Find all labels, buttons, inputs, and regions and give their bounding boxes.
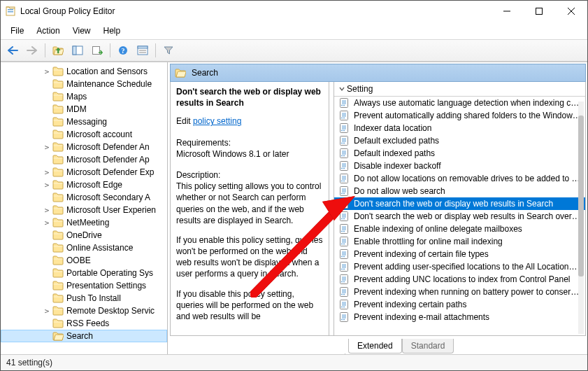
properties-button[interactable]: [134, 42, 152, 59]
list-row[interactable]: Prevent indexing e-mail attachments: [334, 311, 585, 323]
tree-item[interactable]: Presentation Settings: [1, 279, 167, 292]
list-row[interactable]: Prevent automatically adding shared fold…: [334, 109, 585, 122]
tree-item[interactable]: >Microsoft Defender An: [1, 141, 167, 153]
list-row[interactable]: Enable throttling for online mail indexi…: [334, 235, 585, 248]
tree-item[interactable]: Portable Operating Sys: [1, 267, 167, 279]
list-row[interactable]: Indexer data location: [334, 122, 585, 134]
tree-item[interactable]: >Microsoft User Experien: [1, 204, 167, 216]
close-button[interactable]: [555, 1, 587, 22]
toolbar-separator: [155, 43, 156, 57]
policy-icon: [338, 110, 350, 121]
policy-icon: [338, 236, 350, 247]
tree-item[interactable]: RSS Feeds: [1, 317, 167, 330]
list-row[interactable]: Prevent indexing certain paths: [334, 298, 585, 311]
tree-item-label: Remote Desktop Servic: [66, 305, 155, 317]
menu-view[interactable]: View: [67, 24, 96, 38]
list-row[interactable]: Don't search the web or display web resu…: [334, 210, 585, 223]
tree-item-label: RSS Feeds: [66, 318, 109, 330]
menu-file[interactable]: File: [5, 24, 29, 38]
tree-item-label: Portable Operating Sys: [66, 267, 153, 279]
list-row[interactable]: Do not allow locations on removable driv…: [334, 172, 585, 185]
tree-item[interactable]: Maps: [1, 90, 167, 103]
list-row[interactable]: Prevent adding UNC locations to index fr…: [334, 273, 585, 286]
settings-list[interactable]: Setting Always use automatic language de…: [334, 82, 585, 335]
policy-icon: [338, 312, 350, 323]
show-hide-tree-button[interactable]: [69, 42, 87, 59]
tab-extended[interactable]: Extended: [348, 339, 402, 354]
tree-item[interactable]: OneDrive: [1, 229, 167, 241]
toolbar-separator: [45, 43, 45, 57]
list-row[interactable]: Enable indexing of online delegate mailb…: [334, 223, 585, 235]
tree-item[interactable]: Push To Install: [1, 292, 167, 304]
list-row[interactable]: Don't search the web or display web resu…: [334, 197, 585, 210]
tree-item[interactable]: >Microsoft Edge: [1, 178, 167, 191]
list-row[interactable]: Disable indexer backoff: [334, 160, 585, 172]
tree-item[interactable]: Maintenance Schedule: [1, 78, 167, 90]
back-button[interactable]: [3, 42, 22, 59]
list-row-label: Disable indexer backoff: [354, 160, 441, 172]
expand-icon[interactable]: >: [41, 66, 52, 78]
tree-item[interactable]: Microsoft Defender Ap: [1, 153, 167, 166]
expand-icon[interactable]: >: [41, 167, 52, 178]
policy-icon: [338, 122, 350, 134]
tree-item[interactable]: >Location and Sensors: [1, 65, 167, 78]
list-row[interactable]: Do not allow web search: [334, 185, 585, 197]
tree-item-label: OOBE: [66, 255, 91, 267]
expand-icon[interactable]: >: [41, 141, 52, 153]
menu-action[interactable]: Action: [31, 24, 65, 38]
edit-label: Edit: [176, 116, 193, 126]
tree-item[interactable]: >Microsoft Defender Exp: [1, 166, 167, 178]
list-row-label: Do not allow web search: [354, 186, 445, 197]
filter-button[interactable]: [159, 42, 178, 59]
menu-help[interactable]: Help: [98, 24, 127, 38]
tree-item[interactable]: OOBE: [1, 254, 167, 267]
expand-icon[interactable]: >: [41, 179, 52, 191]
client-area: >Location and SensorsMaintenance Schedul…: [1, 62, 587, 354]
list-header-setting[interactable]: Setting: [334, 82, 585, 97]
folder-icon: [52, 104, 64, 114]
list-row[interactable]: Default indexed paths: [334, 147, 585, 160]
tree-item[interactable]: Messaging: [1, 115, 167, 128]
folder-icon: [52, 155, 64, 164]
list-row-label: Prevent indexing e-mail attachments: [354, 312, 489, 323]
policy-icon: [338, 97, 350, 108]
edit-policy-link[interactable]: policy setting: [193, 116, 241, 126]
tree-item-label: Microsoft Edge: [66, 179, 122, 191]
policy-icon: [338, 211, 350, 222]
svg-rect-10: [536, 8, 543, 15]
tree-item[interactable]: >Remote Desktop Servic: [1, 304, 167, 317]
expand-icon[interactable]: >: [41, 217, 52, 229]
tab-standard[interactable]: Standard: [402, 339, 454, 354]
svg-rect-15: [93, 47, 100, 55]
expand-icon[interactable]: >: [41, 204, 52, 216]
policy-icon: [338, 248, 350, 260]
title-bar[interactable]: Local Group Policy Editor: [1, 1, 587, 22]
tree-item[interactable]: Online Assistance: [1, 241, 167, 254]
tree-item[interactable]: MDM: [1, 103, 167, 115]
tree-item[interactable]: Microsoft account: [1, 128, 167, 141]
forward-button[interactable]: [23, 42, 41, 59]
help-button[interactable]: ?: [114, 42, 132, 59]
expand-icon[interactable]: >: [41, 305, 52, 317]
list-row[interactable]: Prevent indexing of certain file types: [334, 248, 585, 260]
splitter[interactable]: [329, 82, 334, 335]
scrollbar[interactable]: [578, 102, 584, 334]
list-row[interactable]: Prevent indexing when running on battery…: [334, 286, 585, 298]
tree-view[interactable]: >Location and SensorsMaintenance Schedul…: [1, 62, 168, 354]
list-row[interactable]: Prevent adding user-specified locations …: [334, 260, 585, 273]
up-folder-button[interactable]: [49, 42, 67, 59]
policy-icon: [338, 261, 350, 272]
tree-item[interactable]: Search: [1, 330, 167, 342]
tree-item[interactable]: Microsoft Secondary A: [1, 191, 167, 204]
scrollbar-thumb[interactable]: [578, 115, 584, 276]
export-list-button[interactable]: [88, 42, 106, 59]
tree-item[interactable]: >NetMeeting: [1, 216, 167, 229]
description-text: This policy setting allows you to contro…: [176, 181, 323, 226]
maximize-button[interactable]: [523, 1, 555, 22]
minimize-button[interactable]: [491, 1, 523, 22]
list-row[interactable]: Default excluded paths: [334, 134, 585, 147]
toolbar: ?: [1, 39, 587, 62]
view-tabs: Extended Standard: [170, 336, 586, 354]
folder-icon: [52, 117, 64, 127]
list-row[interactable]: Always use automatic language detection …: [334, 97, 585, 109]
